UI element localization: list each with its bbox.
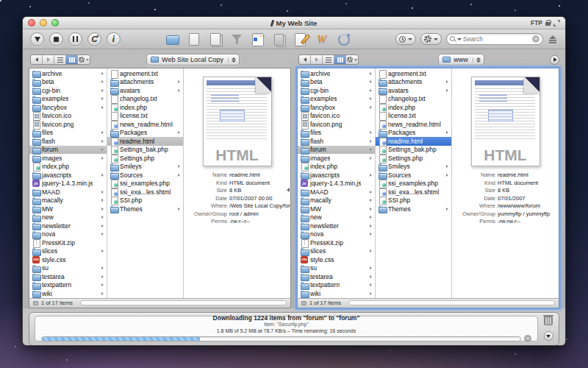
list-item[interactable]: flash [29,137,107,146]
list-item[interactable]: changelog.txt [107,95,183,104]
folder-column[interactable]: archive beta [298,68,376,298]
list-item[interactable]: avatars [376,86,451,95]
list-item[interactable]: readme.html [107,137,183,146]
forward-button[interactable] [311,55,323,64]
list-item[interactable]: Settings.php [107,154,183,163]
list-item[interactable]: SSI.php [376,197,451,205]
list-item[interactable]: slices [29,247,107,256]
list-item[interactable]: jquery-1.4.3.min.js [29,180,107,188]
list-item[interactable]: style.css [29,255,107,264]
queue-toggle-button[interactable] [544,331,553,341]
list-item[interactable]: images [29,154,107,163]
list-item[interactable]: newsletter [298,222,375,230]
web-icon[interactable]: W [315,32,329,46]
list-item[interactable]: textpattern [298,281,375,290]
file-column[interactable]: agreement.txt attachments [107,68,184,298]
reveal-sidebar-button[interactable] [550,55,559,65]
list-item[interactable]: su [298,264,375,273]
column-scroll-left-icon[interactable] [287,188,290,192]
drawer-grip-handle[interactable] [293,346,296,347]
list-item[interactable]: javascripts [29,171,107,180]
list-item[interactable]: newsletter [29,222,107,230]
back-button[interactable] [31,55,43,64]
forward-button[interactable] [43,55,54,64]
actions-dropdown-button[interactable] [420,33,442,45]
list-item[interactable]: favicon.png [298,120,375,129]
list-item[interactable]: PressKit.zip [29,238,107,247]
list-item[interactable]: Smileys [107,163,183,171]
list-item[interactable]: PressKit.zip [298,238,375,247]
list-item[interactable]: Packages [107,129,183,138]
list-item[interactable]: flash [298,137,375,146]
view-options-button[interactable] [78,55,90,64]
list-item[interactable]: Sources [107,171,183,180]
list-item[interactable]: new [29,213,107,222]
list-item[interactable]: attachments [107,78,183,87]
list-item[interactable]: license.txt [107,112,183,121]
list-item[interactable]: fancybox [29,103,107,112]
list-item[interactable]: archive [298,69,375,78]
list-item[interactable]: examples [29,95,107,104]
folder-column[interactable]: archive beta [29,68,107,298]
column-view-button[interactable] [66,55,78,64]
list-item[interactable]: examples [298,95,375,104]
list-item[interactable]: SSI.php [107,197,183,205]
skip-icon[interactable] [272,32,287,46]
view-options-button[interactable] [346,55,358,64]
disconnect-button[interactable] [548,35,558,43]
list-item[interactable]: news_readme.html [107,120,183,129]
list-item[interactable]: macally [298,197,375,205]
cancel-transfer-button[interactable]: × [524,335,531,342]
search-input[interactable] [463,35,531,43]
list-view-button[interactable] [54,55,66,64]
duplicate-file-icon[interactable] [208,32,223,46]
list-item[interactable]: attachments [376,78,451,87]
list-item[interactable]: Sources [376,171,451,180]
fullscreen-icon[interactable] [553,20,560,26]
list-item[interactable]: index.php [29,163,107,171]
list-item[interactable]: wiki [29,289,107,298]
list-item[interactable]: nova [298,230,375,239]
list-item[interactable]: index.php [298,163,375,171]
trash-icon[interactable] [544,316,553,325]
transfer-button[interactable]: C [87,32,101,46]
list-item[interactable]: MW [29,205,107,213]
list-item[interactable]: ssi_examples.php [376,180,451,188]
list-item[interactable]: wiki [298,289,375,298]
new-folder-icon[interactable] [165,32,180,46]
list-item[interactable]: changelog.txt [376,95,451,104]
list-item[interactable]: new [298,213,375,222]
list-item[interactable]: ssi_exa...les.shtml [376,188,451,197]
list-item[interactable]: favicon.ico [29,112,107,121]
close-button[interactable] [28,19,35,26]
list-item[interactable]: MAAD [298,188,375,197]
remote-path-popup[interactable]: www [438,54,484,66]
list-item[interactable]: Themes [376,205,451,213]
list-item[interactable]: news_readme.html [376,120,451,129]
list-item[interactable]: images [298,154,375,163]
list-item[interactable]: jquery-1.4.3.min.js [298,180,375,188]
list-item[interactable]: Settings.php [376,154,451,163]
list-view-button[interactable] [323,55,334,64]
list-item[interactable]: avatars [107,86,183,95]
list-item[interactable]: javascripts [298,171,375,180]
list-item[interactable]: MAAD [29,188,107,197]
list-item[interactable]: index.php [376,103,451,112]
list-item[interactable]: su [29,264,107,273]
list-item[interactable]: beta [29,78,107,87]
list-item[interactable]: index.php [107,103,183,112]
list-item[interactable]: testarea [298,272,375,281]
list-item[interactable]: forum [29,146,107,155]
list-item[interactable]: favicon.png [29,120,107,129]
list-item[interactable]: agreement.txt [376,69,451,78]
list-item[interactable]: readme.html [376,137,451,146]
list-item[interactable]: style.css [298,255,375,264]
transfer-button[interactable] [49,32,63,46]
list-item[interactable]: Themes [107,205,183,213]
list-item[interactable]: fancybox [298,103,375,112]
history-dropdown-button[interactable] [395,33,416,45]
list-item[interactable]: favicon.ico [298,112,375,121]
list-item[interactable]: ssi_exa...les.shtml [107,188,183,197]
list-item[interactable]: macally [29,197,107,205]
list-item[interactable]: cgi-bin [29,86,107,95]
